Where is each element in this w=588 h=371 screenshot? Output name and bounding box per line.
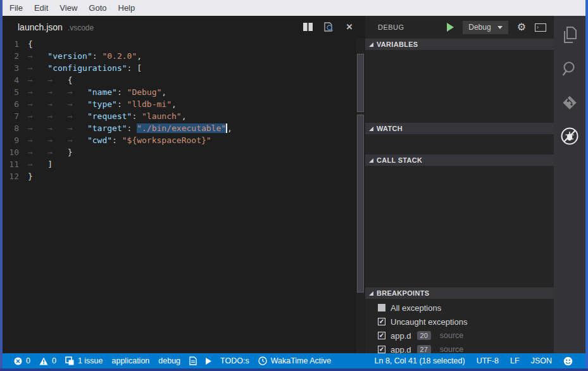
problems-warnings[interactable]: 0 xyxy=(39,356,56,365)
section-label: CALL STACK xyxy=(377,156,422,164)
code-token: : xyxy=(112,135,122,145)
breakpoint-row[interactable]: ✓app.d20source xyxy=(365,329,554,343)
code-line[interactable]: 3→ "configurations": [ xyxy=(3,62,365,74)
chevron-down-icon xyxy=(497,26,503,29)
code-editor[interactable]: 1{2→ "version": "0.2.0",3→ "configuratio… xyxy=(3,38,365,353)
language-indicator[interactable]: JSON xyxy=(531,356,552,365)
split-editor-icon[interactable] xyxy=(302,22,313,33)
close-icon[interactable]: ✕ xyxy=(344,22,355,33)
search-icon[interactable] xyxy=(560,60,579,79)
line-number[interactable]: 10 xyxy=(3,146,28,158)
encoding-indicator[interactable]: UTF-8 xyxy=(477,356,499,365)
eol-indicator[interactable]: LF xyxy=(510,356,520,365)
line-number[interactable]: 9 xyxy=(3,134,28,146)
breakpoint-label: app.d xyxy=(391,331,411,341)
run-task[interactable] xyxy=(206,358,211,365)
line-number[interactable]: 2 xyxy=(3,50,28,62)
line-number[interactable]: 8 xyxy=(3,122,28,134)
checkbox-checked[interactable]: ✓ xyxy=(378,318,385,325)
code-text: → → } xyxy=(28,146,72,158)
line-number[interactable]: 12 xyxy=(3,170,28,182)
start-debug-icon[interactable] xyxy=(447,23,454,32)
code-token: → xyxy=(47,148,67,157)
issues-indicator[interactable]: 1 issue xyxy=(65,356,103,365)
menu-item-view[interactable]: View xyxy=(54,3,83,13)
section-header-variables[interactable]: VARIABLES xyxy=(365,39,554,50)
git-branch-icon[interactable] xyxy=(560,93,579,112)
section-header-watch[interactable]: WATCH xyxy=(365,123,554,134)
menu-item-edit[interactable]: Edit xyxy=(28,3,54,13)
document-indicator[interactable] xyxy=(189,356,197,365)
line-number[interactable]: 5 xyxy=(3,86,28,98)
line-number[interactable]: 7 xyxy=(3,110,28,122)
code-line[interactable]: 9→ → → "cwd": "${workspaceRoot}" xyxy=(3,134,365,146)
line-number[interactable]: 4 xyxy=(3,74,28,86)
files-icon[interactable] xyxy=(560,26,579,45)
line-number[interactable]: 6 xyxy=(3,98,28,110)
debug-disabled-icon[interactable] xyxy=(560,127,579,146)
debug-console-icon[interactable]: › xyxy=(535,23,546,32)
line-badge: 20 xyxy=(417,331,431,340)
line-number[interactable]: 11 xyxy=(3,158,28,170)
code-line[interactable]: 8→ → → "target": "./bin/executable", xyxy=(3,122,365,134)
window-border-bottom xyxy=(0,368,588,371)
section-label: BREAKPOINTS xyxy=(377,289,429,297)
breakpoints-body: All exceptions✓Uncaught exceptions✓app.d… xyxy=(365,299,554,353)
menu-item-help[interactable]: Help xyxy=(113,3,141,13)
code-line[interactable]: 7→ → → "request": "launch", xyxy=(3,110,365,122)
breakpoint-row[interactable]: ✓Uncaught exceptions xyxy=(365,315,554,329)
menu-item-file[interactable]: File xyxy=(4,3,28,13)
line-number[interactable]: 3 xyxy=(3,62,28,74)
menu-item-goto[interactable]: Goto xyxy=(83,3,112,13)
checkbox-checked[interactable]: ✓ xyxy=(378,332,385,339)
line-number[interactable]: 1 xyxy=(3,38,28,50)
code-token: } xyxy=(68,148,73,157)
scrollbar-thumb-top[interactable] xyxy=(357,54,364,112)
encoding-label: UTF-8 xyxy=(477,356,499,365)
project-name[interactable]: application xyxy=(112,356,150,365)
section-header-callstack[interactable]: CALL STACK xyxy=(365,154,554,166)
build-config[interactable]: debug xyxy=(158,356,180,365)
code-token: "lldb-mi" xyxy=(127,99,172,109)
code-token: → xyxy=(68,123,87,133)
open-preview-icon[interactable] xyxy=(323,22,334,33)
code-token: , xyxy=(182,111,187,121)
wakatime-label: WakaTime Active xyxy=(271,356,332,365)
code-token: → xyxy=(47,111,67,121)
code-line[interactable]: 4→ → { xyxy=(3,74,365,86)
wakatime-indicator[interactable]: WakaTime Active xyxy=(258,356,332,365)
code-token: "request" xyxy=(87,111,132,121)
code-token: { xyxy=(28,39,33,49)
activity-bar xyxy=(554,16,585,353)
section-header-breakpoints[interactable]: BREAKPOINTS xyxy=(365,287,554,299)
code-token: { xyxy=(68,75,73,85)
todo-label: TODO:s xyxy=(220,356,249,365)
code-line[interactable]: 11→ ] xyxy=(3,158,365,170)
menu-bar: FileEditViewGotoHelp xyxy=(3,0,585,16)
todo-indicator[interactable]: TODO:s xyxy=(220,356,249,365)
code-text: → "version": "0.2.0", xyxy=(28,50,142,62)
section-label: WATCH xyxy=(377,125,403,132)
gear-icon[interactable]: ⚙ xyxy=(517,22,526,32)
checkbox-unchecked[interactable] xyxy=(378,304,385,311)
breakpoint-row[interactable]: All exceptions xyxy=(365,301,554,315)
code-line[interactable]: 6→ → → "type": "lldb-mi", xyxy=(3,98,365,110)
code-line[interactable]: 5→ → → "name": "Debug", xyxy=(3,86,365,98)
code-line[interactable]: 12} xyxy=(3,170,365,182)
editor-scrollbar xyxy=(356,38,365,353)
debug-config-dropdown[interactable]: Debug xyxy=(463,21,508,34)
code-token: "name" xyxy=(87,87,117,97)
tab-launch-json[interactable]: launch.json .vscode xyxy=(3,22,94,32)
checkbox-checked[interactable]: ✓ xyxy=(378,346,385,353)
code-line[interactable]: 10→ → } xyxy=(3,146,365,158)
problems-errors[interactable]: 0 xyxy=(14,356,30,365)
code-line[interactable]: 1{ xyxy=(3,38,365,50)
tab-actions: ✕ xyxy=(302,16,355,38)
feedback-smiley[interactable] xyxy=(563,356,573,366)
scrollbar-thumb[interactable] xyxy=(357,115,364,292)
code-text: → → → "cwd": "${workspaceRoot}" xyxy=(28,134,211,146)
code-line[interactable]: 2→ "version": "0.2.0", xyxy=(3,50,365,62)
cursor-position[interactable]: Ln 8, Col 41 (18 selected) xyxy=(375,356,465,365)
breakpoint-label: All exceptions xyxy=(391,303,441,313)
code-token: → xyxy=(28,111,47,121)
